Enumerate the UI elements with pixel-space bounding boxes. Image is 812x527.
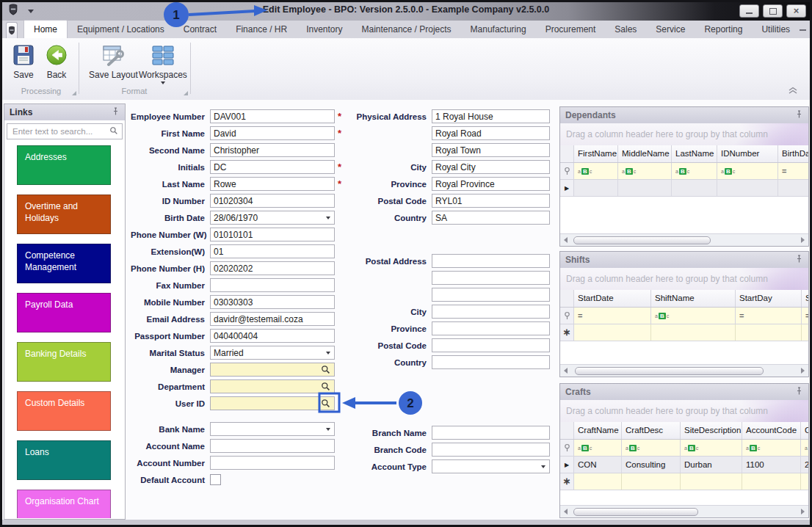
collapse-ribbon-icon[interactable]	[788, 84, 798, 98]
input-extension-w[interactable]: 01	[210, 244, 335, 258]
close-button[interactable]: ×	[786, 4, 806, 18]
new-row-cell[interactable]	[736, 324, 802, 341]
filter-cell-lastname[interactable]: aBc	[672, 163, 717, 179]
link-tile-loans[interactable]: Loans	[17, 440, 111, 480]
tab-contract[interactable]: Contract	[174, 21, 226, 38]
input-postal-code[interactable]	[432, 338, 550, 352]
input-id-number[interactable]: 01020304	[210, 194, 335, 208]
search-icon[interactable]	[109, 125, 118, 138]
dropdown-caret-icon[interactable]	[326, 428, 330, 431]
pin-icon[interactable]	[795, 387, 803, 398]
department-lookup-button[interactable]	[321, 382, 331, 391]
input-birth-date[interactable]: 28/06/1970	[210, 211, 335, 225]
link-tile-organisation-chart[interactable]: Organisation Chart	[17, 490, 111, 518]
input-city[interactable]: Royal City	[432, 160, 550, 174]
new-row-cell[interactable]	[742, 473, 801, 490]
scroll-left-icon[interactable]	[564, 237, 568, 243]
column-header-craftdesc[interactable]: CraftDesc	[622, 422, 681, 439]
link-tile-banking-details[interactable]: Banking Details	[17, 342, 111, 382]
filter-cell-birthda[interactable]: =	[778, 163, 808, 179]
pin-icon[interactable]	[795, 255, 803, 266]
tab-service[interactable]: Service	[646, 21, 695, 38]
column-header-sta[interactable]: Sta	[802, 290, 808, 307]
data-cell[interactable]: Consulting	[622, 457, 681, 473]
input-branch-code[interactable]	[432, 443, 550, 457]
link-tile-overtime-and-holidays[interactable]: Overtime and Holidays	[17, 195, 111, 234]
column-header-lastname[interactable]: LastName	[672, 145, 717, 162]
lookup-user-id[interactable]	[210, 396, 335, 410]
maximize-button[interactable]	[763, 4, 783, 18]
new-row-cell[interactable]	[801, 473, 808, 490]
lookup-manager[interactable]	[210, 363, 335, 377]
link-tile-payroll-data[interactable]: Payroll Data	[17, 293, 111, 332]
dropdown-caret-icon[interactable]	[541, 465, 545, 468]
filter-cell-startdate[interactable]: =	[574, 308, 651, 324]
input-email-address[interactable]: davidr@testemail.coza	[210, 312, 335, 326]
tab-home[interactable]: Home	[23, 20, 68, 38]
input-address-line-8[interactable]	[432, 271, 550, 285]
manager-lookup-button[interactable]	[321, 365, 331, 374]
input-province[interactable]: Royal Province	[432, 177, 550, 191]
tab-maintenance-projects[interactable]: Maintenance / Projects	[352, 21, 461, 38]
horizontal-scrollbar[interactable]	[560, 505, 808, 517]
input-passport-number[interactable]: 040400404	[210, 329, 335, 343]
column-header-startdate[interactable]: StartDate	[574, 290, 651, 307]
tab-manufacturing[interactable]: Manufacturing	[461, 21, 536, 38]
column-header-birthda[interactable]: BirthDa	[778, 145, 808, 162]
mdi-minimize-icon[interactable]	[800, 29, 806, 31]
filter-cell-middlename[interactable]: aBc	[618, 163, 672, 179]
input-bank-name[interactable]	[210, 422, 335, 436]
tab-inventory[interactable]: Inventory	[297, 21, 352, 38]
column-header-accountcode[interactable]: AccountCode	[742, 422, 801, 439]
filter-cell-firstname[interactable]: aBc	[574, 163, 618, 179]
input-branch-name[interactable]	[432, 426, 550, 440]
tab-utilities[interactable]: Utilities	[752, 21, 800, 38]
data-cell[interactable]	[778, 180, 808, 196]
data-cell[interactable]	[574, 180, 618, 196]
column-header-craftname[interactable]: CraftName	[574, 422, 622, 439]
back-button[interactable]: Back	[41, 42, 72, 82]
filter-cell-cc[interactable]: aBc	[801, 440, 808, 456]
scroll-right-icon[interactable]	[801, 237, 805, 243]
scrollbar-thumb[interactable]	[573, 508, 698, 516]
tab-finance-hr[interactable]: Finance / HR	[226, 21, 297, 38]
new-row-cell[interactable]	[622, 473, 681, 490]
data-cell[interactable]: Durban	[681, 457, 742, 473]
scroll-left-icon[interactable]	[564, 509, 568, 515]
pin-icon[interactable]	[795, 110, 803, 121]
save-layout-button[interactable]: Save Layout	[84, 42, 142, 82]
scroll-left-icon[interactable]	[564, 368, 568, 374]
search-input[interactable]	[11, 126, 109, 137]
input-country[interactable]: SA	[432, 211, 550, 225]
input-physical-address[interactable]: 1 Royal House	[432, 109, 550, 123]
group-dialog-launcher-icon[interactable]	[72, 91, 76, 95]
input-account-number[interactable]	[210, 456, 335, 470]
horizontal-scrollbar[interactable]	[560, 364, 808, 377]
tab-reporting[interactable]: Reporting	[695, 21, 752, 38]
column-header-idnumber[interactable]: IDNumber	[717, 145, 778, 162]
input-account-type[interactable]	[432, 459, 550, 473]
tab-equipment-locations[interactable]: Equipment / Locations	[68, 21, 174, 38]
pin-icon[interactable]	[112, 107, 120, 118]
workspaces-button[interactable]: Workspaces	[134, 42, 192, 87]
data-cell[interactable]	[672, 180, 717, 196]
filter-cell-startday[interactable]: =	[736, 308, 802, 324]
link-tile-addresses[interactable]: Addresses	[17, 145, 111, 185]
link-tile-custom-details[interactable]: Custom Details	[17, 391, 111, 431]
new-row-cell[interactable]	[574, 324, 651, 341]
input-first-name[interactable]: David	[210, 126, 335, 140]
input-province[interactable]	[432, 321, 550, 335]
input-postal-address[interactable]	[432, 254, 550, 268]
filter-cell-sta[interactable]: =	[802, 308, 808, 324]
input-address-line-9[interactable]	[432, 288, 550, 302]
dropdown-caret-icon[interactable]	[326, 352, 330, 355]
minimize-button[interactable]	[739, 4, 759, 18]
column-header-firstname[interactable]: FirstName	[574, 145, 618, 162]
input-fax-number[interactable]	[210, 278, 335, 292]
column-header-shiftname[interactable]: ShiftName	[651, 290, 736, 307]
input-country[interactable]	[432, 355, 550, 369]
input-phone-number-w[interactable]: 01010101	[210, 228, 335, 241]
column-header-middlename[interactable]: MiddleName	[618, 145, 672, 162]
input-employee-number[interactable]: DAV001	[210, 109, 335, 123]
data-cell[interactable]: CON	[574, 457, 622, 473]
